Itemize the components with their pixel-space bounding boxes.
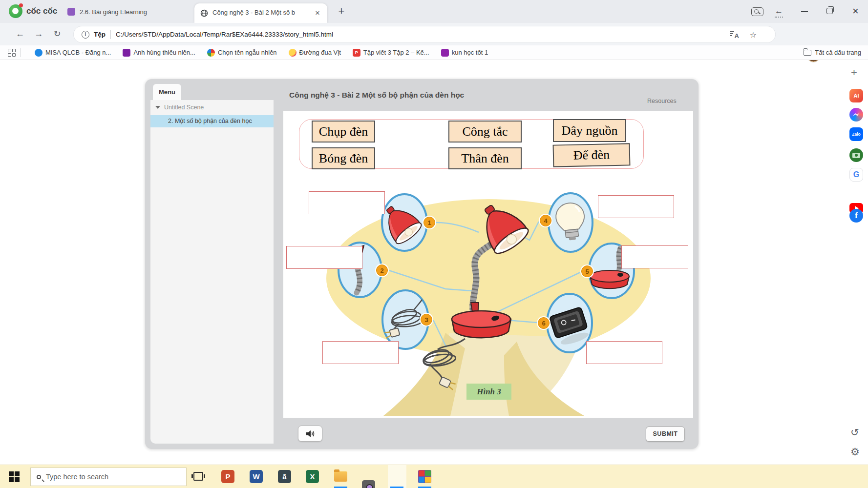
all-bookmarks-button[interactable]: Tất cả dấu trang bbox=[804, 49, 861, 56]
menu-tab[interactable]: Menu bbox=[153, 84, 181, 100]
globe-icon bbox=[200, 9, 208, 17]
tab-strip: cốc cốc 2.6. Bài giảng Elearning Công ng… bbox=[0, 0, 868, 23]
browser-logo: cốc cốc bbox=[9, 4, 57, 18]
minimize-button[interactable] bbox=[801, 11, 808, 12]
word-card[interactable]: Bóng đèn bbox=[312, 147, 375, 169]
scene-item-selected[interactable]: 2. Một số bộ phận của đèn học bbox=[150, 115, 274, 127]
close-window-button[interactable]: × bbox=[852, 5, 859, 18]
tab-active[interactable]: Công nghệ 3 - Bài 2 Một số b × bbox=[194, 3, 327, 23]
screen: cốc cốc 2.6. Bài giảng Elearning Công ng… bbox=[0, 0, 868, 488]
translate-icon[interactable]: A bbox=[730, 31, 739, 40]
audio-button[interactable] bbox=[298, 426, 322, 442]
svg-text:1: 1 bbox=[427, 219, 431, 226]
winrar-icon[interactable] bbox=[418, 470, 431, 483]
book-icon bbox=[441, 49, 449, 57]
word-card[interactable]: Thân đèn bbox=[448, 147, 522, 169]
ai-chat-icon[interactable]: AI bbox=[849, 89, 863, 102]
active-app-highlight bbox=[388, 465, 406, 488]
scene-label: Untitled Scene bbox=[164, 104, 204, 111]
start-button-icon[interactable] bbox=[9, 471, 20, 482]
messenger-icon[interactable] bbox=[849, 108, 863, 122]
url-text[interactable]: C:/Users/STD/AppData/Local/Temp/Rar$EXa6… bbox=[116, 31, 333, 38]
word-card[interactable]: Công tắc bbox=[448, 121, 522, 142]
bookmark-item[interactable]: kun học tốt 1 bbox=[441, 49, 488, 57]
browser-brand: cốc cốc bbox=[26, 6, 57, 16]
tab-elearning[interactable]: 2.6. Bài giảng Elearning bbox=[63, 5, 185, 19]
lesson-title: Công nghệ 3 - Bài 2 Một số bộ phận của đ… bbox=[289, 91, 464, 100]
bookmarks-bar: MISA QLCB - Đăng n... Anh hùng thiếu niê… bbox=[0, 45, 868, 60]
file-explorer-icon[interactable] bbox=[334, 471, 347, 482]
reopen-tab-icon[interactable]: ← bbox=[775, 6, 783, 18]
answer-box-1[interactable] bbox=[309, 191, 385, 214]
tab-label: Công nghệ 3 - Bài 2 Một số b bbox=[212, 9, 308, 16]
resources-link[interactable]: Resources bbox=[647, 98, 691, 104]
forward-icon[interactable]: → bbox=[32, 27, 45, 40]
part-circle-switch bbox=[547, 294, 592, 352]
answer-box-6[interactable] bbox=[586, 341, 662, 364]
speaker-icon bbox=[306, 430, 315, 438]
slide-area: Chụp đèn Công tắc Dây nguồn Bóng đèn Thâ… bbox=[283, 111, 693, 418]
divider bbox=[110, 30, 111, 39]
back-icon[interactable]: ← bbox=[14, 27, 26, 40]
powerpoint-icon[interactable]: P bbox=[221, 470, 234, 483]
maximize-button[interactable] bbox=[826, 8, 833, 14]
task-view-icon[interactable] bbox=[193, 472, 203, 481]
answer-box-4[interactable] bbox=[598, 195, 674, 218]
settings-gear-icon[interactable]: ⚙ bbox=[850, 446, 860, 458]
scene-group[interactable]: Untitled Scene bbox=[155, 104, 204, 111]
search-magnifier-icon bbox=[37, 475, 41, 479]
taskbar-search-box[interactable]: Type here to search bbox=[30, 468, 187, 486]
new-tab-button[interactable]: + bbox=[335, 5, 348, 18]
sidebar-add-icon[interactable]: + bbox=[851, 66, 857, 79]
submit-button[interactable]: SUBMIT bbox=[646, 427, 685, 442]
word-card[interactable]: Đế đèn bbox=[553, 143, 631, 167]
collapse-triangle-icon bbox=[155, 106, 160, 109]
address-bar[interactable]: i Tệp C:/Users/STD/AppData/Local/Temp/Ra… bbox=[73, 26, 776, 43]
book-icon bbox=[123, 49, 130, 57]
svg-text:4: 4 bbox=[544, 217, 548, 224]
green-camera-icon[interactable] bbox=[849, 148, 863, 162]
bookmark-item[interactable]: PTập viết 3 Tập 2 – Kế... bbox=[353, 49, 429, 57]
dictionary-app-icon[interactable]: ā bbox=[278, 470, 291, 483]
scene-menu-panel: Untitled Scene 2. Một số bộ phận của đèn… bbox=[150, 100, 274, 444]
coccoc-logo-icon bbox=[9, 4, 22, 18]
history-icon[interactable]: ↺ bbox=[850, 427, 859, 438]
zalo-icon[interactable]: Zalo bbox=[849, 127, 863, 141]
word-icon[interactable]: W bbox=[250, 470, 263, 483]
file-scheme-label: Tệp bbox=[94, 31, 106, 38]
part-circle-bulb bbox=[549, 193, 593, 252]
figure-caption: Hình 3 bbox=[466, 384, 511, 400]
answer-box-2[interactable] bbox=[286, 246, 362, 269]
reload-icon[interactable]: ↻ bbox=[51, 27, 64, 40]
svg-text:3: 3 bbox=[424, 316, 428, 324]
svg-text:5: 5 bbox=[585, 268, 589, 275]
misa-icon bbox=[35, 49, 42, 57]
answer-box-5[interactable] bbox=[621, 245, 688, 268]
answer-box-3[interactable] bbox=[322, 341, 399, 364]
facebook-icon[interactable]: f bbox=[849, 209, 863, 223]
excel-icon[interactable]: X bbox=[306, 470, 319, 483]
bookmark-item[interactable]: Anh hùng thiếu niên... bbox=[123, 49, 195, 57]
bookmark-item[interactable]: Chọn tên ngẫu nhiên bbox=[207, 49, 277, 57]
wheel-icon bbox=[207, 49, 215, 57]
bookmark-item[interactable]: MISA QLCB - Đăng n... bbox=[35, 49, 111, 57]
word-card[interactable]: Chụp đèn bbox=[312, 121, 375, 142]
folder-icon bbox=[804, 50, 811, 56]
bookmark-star-icon[interactable]: ☆ bbox=[750, 30, 757, 40]
bookmark-item[interactable]: Đường đua Vịt bbox=[289, 49, 341, 57]
document-icon: P bbox=[353, 49, 360, 57]
windows-taskbar: Type here to search P W ā X bbox=[0, 465, 868, 488]
camera-app-icon[interactable] bbox=[362, 480, 375, 488]
tab-label: 2.6. Bài giảng Elearning bbox=[80, 8, 147, 16]
tab-favicon bbox=[67, 8, 75, 16]
page-info-icon[interactable]: i bbox=[82, 31, 89, 39]
search-tabs-icon[interactable] bbox=[751, 7, 763, 16]
tab-close-icon[interactable]: × bbox=[313, 8, 322, 18]
apps-grid-icon[interactable] bbox=[8, 49, 16, 57]
divider bbox=[21, 48, 21, 57]
duck-icon bbox=[289, 49, 296, 57]
svg-text:2: 2 bbox=[380, 267, 383, 274]
word-card[interactable]: Dây nguồn bbox=[553, 119, 626, 142]
google-icon[interactable]: G bbox=[849, 168, 863, 182]
elearning-player-window: Menu Untitled Scene 2. Một số bộ phận củ… bbox=[145, 79, 699, 449]
